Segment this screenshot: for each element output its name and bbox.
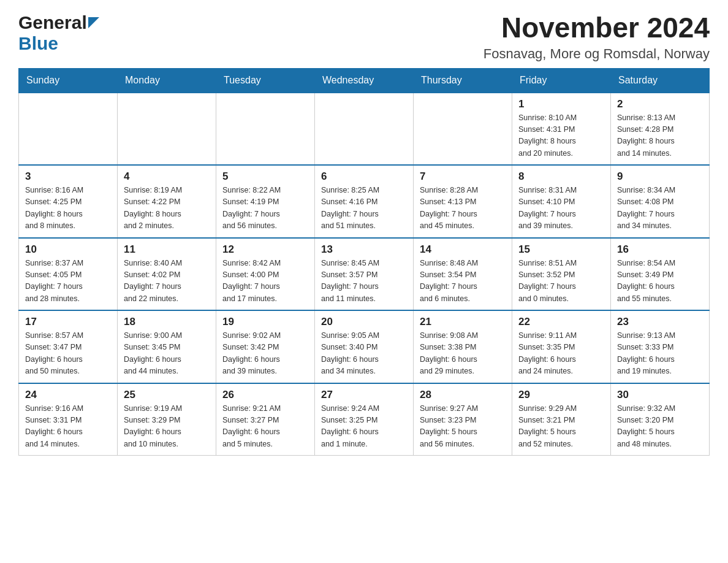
- day-number: 10: [25, 243, 111, 256]
- day-info: Sunrise: 9:05 AM Sunset: 3:40 PM Dayligh…: [321, 330, 407, 378]
- day-number: 28: [420, 389, 506, 401]
- calendar-cell: [19, 93, 118, 166]
- day-number: 6: [321, 170, 407, 183]
- day-number: 9: [617, 170, 703, 183]
- day-number: 7: [420, 170, 506, 183]
- day-number: 18: [124, 316, 210, 328]
- calendar-cell: 11Sunrise: 8:40 AM Sunset: 4:02 PM Dayli…: [118, 238, 216, 311]
- calendar-cell: 6Sunrise: 8:25 AM Sunset: 4:16 PM Daylig…: [315, 165, 414, 238]
- calendar-cell: 4Sunrise: 8:19 AM Sunset: 4:22 PM Daylig…: [118, 165, 216, 238]
- day-number: 4: [124, 170, 210, 183]
- day-info: Sunrise: 8:28 AM Sunset: 4:13 PM Dayligh…: [420, 185, 506, 232]
- day-number: 22: [518, 316, 604, 328]
- calendar-cell: 21Sunrise: 9:08 AM Sunset: 3:38 PM Dayli…: [414, 310, 512, 383]
- calendar-cell: 25Sunrise: 9:19 AM Sunset: 3:29 PM Dayli…: [118, 383, 216, 456]
- calendar-cell: 26Sunrise: 9:21 AM Sunset: 3:27 PM Dayli…: [216, 383, 315, 456]
- calendar-cell: 18Sunrise: 9:00 AM Sunset: 3:45 PM Dayli…: [118, 310, 216, 383]
- day-info: Sunrise: 9:32 AM Sunset: 3:20 PM Dayligh…: [617, 403, 703, 451]
- day-info: Sunrise: 9:11 AM Sunset: 3:35 PM Dayligh…: [518, 330, 604, 378]
- day-info: Sunrise: 8:51 AM Sunset: 3:52 PM Dayligh…: [518, 258, 604, 305]
- day-info: Sunrise: 9:00 AM Sunset: 3:45 PM Dayligh…: [124, 330, 210, 378]
- logo-arrow-icon: [88, 17, 99, 31]
- calendar-cell: 8Sunrise: 8:31 AM Sunset: 4:10 PM Daylig…: [512, 165, 611, 238]
- weekday-header-sunday: Sunday: [19, 68, 118, 93]
- calendar-cell: 28Sunrise: 9:27 AM Sunset: 3:23 PM Dayli…: [414, 383, 512, 456]
- day-number: 27: [321, 389, 407, 401]
- calendar-cell: 13Sunrise: 8:45 AM Sunset: 3:57 PM Dayli…: [315, 238, 414, 311]
- week-row-1: 1Sunrise: 8:10 AM Sunset: 4:31 PM Daylig…: [19, 93, 710, 166]
- calendar-cell: 19Sunrise: 9:02 AM Sunset: 3:42 PM Dayli…: [216, 310, 315, 383]
- day-number: 21: [420, 316, 506, 328]
- day-info: Sunrise: 9:29 AM Sunset: 3:21 PM Dayligh…: [518, 403, 604, 451]
- calendar-cell: 22Sunrise: 9:11 AM Sunset: 3:35 PM Dayli…: [512, 310, 611, 383]
- day-number: 15: [518, 243, 604, 256]
- calendar-cell: 15Sunrise: 8:51 AM Sunset: 3:52 PM Dayli…: [512, 238, 611, 311]
- day-info: Sunrise: 8:34 AM Sunset: 4:08 PM Dayligh…: [617, 185, 703, 232]
- day-number: 16: [617, 243, 703, 256]
- day-number: 12: [222, 243, 308, 256]
- calendar-cell: 23Sunrise: 9:13 AM Sunset: 3:33 PM Dayli…: [611, 310, 710, 383]
- day-info: Sunrise: 9:13 AM Sunset: 3:33 PM Dayligh…: [617, 330, 703, 378]
- day-number: 11: [124, 243, 210, 256]
- calendar-cell: 7Sunrise: 8:28 AM Sunset: 4:13 PM Daylig…: [414, 165, 512, 238]
- weekday-header-friday: Friday: [512, 68, 611, 93]
- day-info: Sunrise: 8:19 AM Sunset: 4:22 PM Dayligh…: [124, 185, 210, 232]
- day-info: Sunrise: 9:19 AM Sunset: 3:29 PM Dayligh…: [124, 403, 210, 451]
- day-info: Sunrise: 8:25 AM Sunset: 4:16 PM Dayligh…: [321, 185, 407, 232]
- day-info: Sunrise: 8:48 AM Sunset: 3:54 PM Dayligh…: [420, 258, 506, 305]
- calendar-cell: 20Sunrise: 9:05 AM Sunset: 3:40 PM Dayli…: [315, 310, 414, 383]
- calendar-cell: 12Sunrise: 8:42 AM Sunset: 4:00 PM Dayli…: [216, 238, 315, 311]
- page-header: General Blue November 2024 Fosnavag, Mor…: [18, 12, 710, 62]
- calendar-cell: 14Sunrise: 8:48 AM Sunset: 3:54 PM Dayli…: [414, 238, 512, 311]
- calendar-cell: 29Sunrise: 9:29 AM Sunset: 3:21 PM Dayli…: [512, 383, 611, 456]
- week-row-2: 3Sunrise: 8:16 AM Sunset: 4:25 PM Daylig…: [19, 165, 710, 238]
- day-number: 20: [321, 316, 407, 328]
- calendar-cell: 10Sunrise: 8:37 AM Sunset: 4:05 PM Dayli…: [19, 238, 118, 311]
- day-info: Sunrise: 8:16 AM Sunset: 4:25 PM Dayligh…: [25, 185, 111, 232]
- calendar-cell: [118, 93, 216, 166]
- week-row-5: 24Sunrise: 9:16 AM Sunset: 3:31 PM Dayli…: [19, 383, 710, 456]
- weekday-header-wednesday: Wednesday: [315, 68, 414, 93]
- day-number: 14: [420, 243, 506, 256]
- svg-marker-0: [88, 17, 99, 28]
- day-number: 8: [518, 170, 604, 183]
- day-number: 30: [617, 389, 703, 401]
- day-info: Sunrise: 9:24 AM Sunset: 3:25 PM Dayligh…: [321, 403, 407, 451]
- day-info: Sunrise: 8:57 AM Sunset: 3:47 PM Dayligh…: [25, 330, 111, 378]
- calendar-cell: 27Sunrise: 9:24 AM Sunset: 3:25 PM Dayli…: [315, 383, 414, 456]
- day-number: 24: [25, 389, 111, 401]
- day-number: 17: [25, 316, 111, 328]
- calendar-cell: [414, 93, 512, 166]
- calendar-cell: 9Sunrise: 8:34 AM Sunset: 4:08 PM Daylig…: [611, 165, 710, 238]
- day-number: 19: [222, 316, 308, 328]
- day-info: Sunrise: 8:22 AM Sunset: 4:19 PM Dayligh…: [222, 185, 308, 232]
- calendar-cell: 24Sunrise: 9:16 AM Sunset: 3:31 PM Dayli…: [19, 383, 118, 456]
- day-number: 2: [617, 98, 703, 110]
- logo-blue-text: Blue: [18, 33, 58, 53]
- day-info: Sunrise: 8:54 AM Sunset: 3:49 PM Dayligh…: [617, 258, 703, 305]
- day-info: Sunrise: 8:37 AM Sunset: 4:05 PM Dayligh…: [25, 258, 111, 305]
- week-row-4: 17Sunrise: 8:57 AM Sunset: 3:47 PM Dayli…: [19, 310, 710, 383]
- day-number: 3: [25, 170, 111, 183]
- day-number: 1: [518, 98, 604, 110]
- calendar-cell: 2Sunrise: 8:13 AM Sunset: 4:28 PM Daylig…: [611, 93, 710, 166]
- weekday-header-tuesday: Tuesday: [216, 68, 315, 93]
- day-info: Sunrise: 9:21 AM Sunset: 3:27 PM Dayligh…: [222, 403, 308, 451]
- calendar-cell: 3Sunrise: 8:16 AM Sunset: 4:25 PM Daylig…: [19, 165, 118, 238]
- weekday-header-thursday: Thursday: [414, 68, 512, 93]
- calendar-cell: 1Sunrise: 8:10 AM Sunset: 4:31 PM Daylig…: [512, 93, 611, 166]
- day-number: 5: [222, 170, 308, 183]
- calendar-table: SundayMondayTuesdayWednesdayThursdayFrid…: [18, 68, 710, 456]
- day-info: Sunrise: 8:45 AM Sunset: 3:57 PM Dayligh…: [321, 258, 407, 305]
- week-row-3: 10Sunrise: 8:37 AM Sunset: 4:05 PM Dayli…: [19, 238, 710, 311]
- calendar-cell: 5Sunrise: 8:22 AM Sunset: 4:19 PM Daylig…: [216, 165, 315, 238]
- title-area: November 2024 Fosnavag, More og Romsdal,…: [483, 12, 710, 62]
- logo: General Blue: [18, 12, 99, 54]
- day-info: Sunrise: 9:27 AM Sunset: 3:23 PM Dayligh…: [420, 403, 506, 451]
- calendar-cell: 17Sunrise: 8:57 AM Sunset: 3:47 PM Dayli…: [19, 310, 118, 383]
- weekday-header-monday: Monday: [118, 68, 216, 93]
- day-number: 25: [124, 389, 210, 401]
- day-info: Sunrise: 8:40 AM Sunset: 4:02 PM Dayligh…: [124, 258, 210, 305]
- calendar-cell: 16Sunrise: 8:54 AM Sunset: 3:49 PM Dayli…: [611, 238, 710, 311]
- calendar-cell: [315, 93, 414, 166]
